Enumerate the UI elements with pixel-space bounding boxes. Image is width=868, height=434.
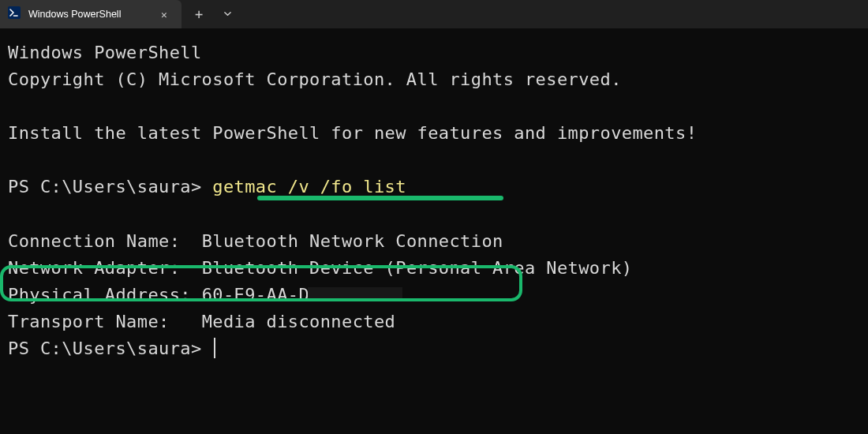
close-tab-button[interactable]: ✕ xyxy=(156,6,172,22)
output-line: Connection Name: Bluetooth Network Conne… xyxy=(8,228,860,255)
output-label: Connection Name: xyxy=(8,231,202,251)
new-tab-button[interactable]: + xyxy=(185,0,213,28)
highlight-box xyxy=(0,265,522,301)
blank-line xyxy=(8,147,860,174)
chevron-down-icon xyxy=(223,7,232,21)
command-text: getmac /v /fo list xyxy=(212,177,406,196)
tab-title: Windows PowerShell xyxy=(28,9,148,20)
banner-line: Windows PowerShell xyxy=(8,39,860,66)
output-value: Media disconnected xyxy=(202,312,396,331)
prompt-prefix: PS C:\Users\saura> xyxy=(8,177,212,196)
svg-rect-0 xyxy=(8,6,21,19)
tab-dropdown-button[interactable] xyxy=(213,0,241,28)
output-line: Transport Name: Media disconnected xyxy=(8,309,860,335)
close-icon: ✕ xyxy=(161,9,167,21)
terminal-tab[interactable]: Windows PowerShell ✕ xyxy=(0,0,181,28)
blank-line xyxy=(8,201,860,228)
highlight-underline xyxy=(257,196,503,200)
output-value: Bluetooth Network Connection xyxy=(202,231,503,251)
plus-icon: + xyxy=(195,6,203,22)
prompt-prefix: PS C:\Users\saura> xyxy=(8,339,212,358)
powershell-icon xyxy=(8,6,21,22)
output-label: Transport Name: xyxy=(8,312,202,331)
banner-line: Copyright (C) Microsoft Corporation. All… xyxy=(8,66,860,93)
cursor xyxy=(214,338,215,358)
banner-line: Install the latest PowerShell for new fe… xyxy=(8,120,860,147)
blank-line xyxy=(8,93,860,120)
window-titlebar: Windows PowerShell ✕ + xyxy=(0,0,868,28)
prompt-line: PS C:\Users\saura> xyxy=(8,335,860,362)
tab-actions: + xyxy=(181,0,241,28)
